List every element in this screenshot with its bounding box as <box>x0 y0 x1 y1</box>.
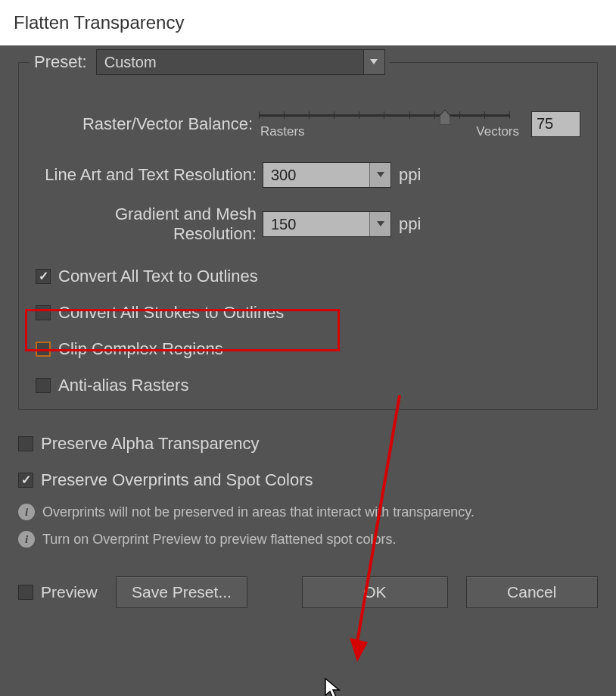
cancel-button[interactable]: Cancel <box>466 576 598 608</box>
cursor-icon <box>324 677 342 696</box>
ok-button[interactable]: OK <box>302 576 447 608</box>
line-art-unit: ppi <box>399 165 421 185</box>
dialog-title: Flatten Transparency <box>0 0 616 45</box>
svg-marker-0 <box>370 59 378 64</box>
chevron-down-icon <box>369 212 390 236</box>
preserve-alpha-checkbox[interactable] <box>18 436 33 451</box>
clip-regions-checkbox[interactable] <box>36 342 51 357</box>
preserve-alpha-label: Preserve Alpha Transparency <box>41 434 260 454</box>
anti-alias-label: Anti-alias Rasters <box>58 376 188 395</box>
preset-dropdown[interactable]: Custom <box>96 49 385 75</box>
convert-strokes-label: Convert All Strokes to Outlines <box>58 303 284 323</box>
line-art-value: 300 <box>271 167 296 184</box>
preset-fieldset: Preset: Custom Raster/Vector Balance: <box>18 62 598 410</box>
svg-marker-2 <box>377 172 384 177</box>
annotation-arrow-icon <box>350 392 403 662</box>
clip-regions-label: Clip Complex Regions <box>58 339 223 359</box>
preview-label: Preview <box>41 583 98 601</box>
anti-alias-checkbox[interactable] <box>36 378 51 393</box>
info-icon: i <box>18 531 35 548</box>
preserve-overprints-checkbox[interactable] <box>18 473 33 488</box>
chevron-down-icon <box>363 50 384 74</box>
info-text-1: Overprints will not be preserved in area… <box>42 504 474 520</box>
convert-text-checkbox[interactable] <box>36 269 51 284</box>
dialog-body: Preset: Custom Raster/Vector Balance: <box>0 45 616 696</box>
info-text-2: Turn on Overprint Preview to preview fla… <box>42 532 397 548</box>
preserve-overprints-label: Preserve Overprints and Spot Colors <box>41 470 313 490</box>
line-art-label: Line Art and Text Resolution: <box>36 165 263 185</box>
gradient-dropdown[interactable]: 150 <box>263 211 391 237</box>
gradient-value: 150 <box>271 216 296 233</box>
convert-strokes-checkbox[interactable] <box>36 305 51 320</box>
preset-value: Custom <box>104 54 157 71</box>
svg-marker-6 <box>325 679 339 696</box>
raster-vector-slider[interactable] <box>259 108 510 111</box>
svg-marker-3 <box>377 221 384 226</box>
slider-right-label: Vectors <box>476 124 519 139</box>
convert-text-label: Convert All Text to Outlines <box>58 267 258 286</box>
info-icon: i <box>18 504 35 520</box>
preview-checkbox[interactable] <box>18 585 33 600</box>
preset-label: Preset: <box>34 52 87 72</box>
line-art-dropdown[interactable]: 300 <box>263 162 391 188</box>
slider-left-label: Rasters <box>260 124 305 139</box>
chevron-down-icon <box>369 163 390 187</box>
gradient-label: Gradient and Mesh Resolution: <box>36 204 263 244</box>
slider-thumb-icon[interactable] <box>440 110 450 125</box>
svg-marker-5 <box>350 638 368 662</box>
raster-vector-value-input[interactable]: 75 <box>531 111 580 137</box>
svg-marker-1 <box>440 110 450 125</box>
gradient-unit: ppi <box>399 214 421 234</box>
save-preset-button[interactable]: Save Preset... <box>116 576 247 608</box>
raster-vector-label: Raster/Vector Balance: <box>36 114 259 134</box>
